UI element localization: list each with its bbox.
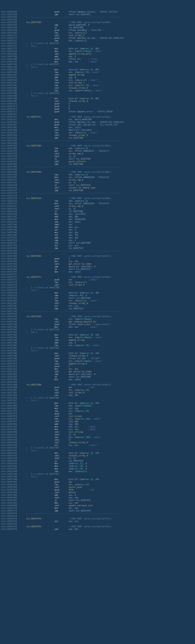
- operands[interactable]: eax ; int: [69, 386, 195, 389]
- operands[interactable]: append_string_0: [69, 362, 195, 365]
- operands[interactable]: esp, 0Ch: [69, 528, 195, 530]
- operands[interactable]: [ebp+var_1C], 0: [69, 462, 195, 465]
- operands[interactable]: calc_md5: [69, 420, 195, 423]
- operands[interactable]: ecx, offset a00020137 ; "00020137": [69, 150, 195, 152]
- operands[interactable]: ecx, esp: [69, 407, 195, 410]
- operands[interactable]: al, al: [69, 208, 195, 210]
- operands[interactable]: byte ptr [ebp+var_4], 15h: [69, 478, 195, 480]
- operands[interactable]: edx, eax ; void *: [69, 60, 195, 63]
- operands[interactable]: esp, 4: [69, 76, 195, 79]
- operands[interactable]: offset aWindow_res_dow ; "WINDOW_RES_DOW…: [69, 37, 195, 40]
- operands[interactable]: dword ptr [eax+14h], 8: [69, 373, 195, 376]
- xref[interactable]: ; CODE XREF: parse_configfile+642↑j: [69, 315, 111, 318]
- operands[interactable]: edi, 48h: [69, 215, 195, 218]
- operands[interactable]: byte ptr [ebp+var_4], 13h: [69, 452, 195, 454]
- operands[interactable]: bl: [69, 438, 195, 441]
- operands[interactable]: update_callback_init: [69, 504, 195, 507]
- operands[interactable]: eax, 92492493h: [69, 218, 195, 220]
- operands[interactable]: offset aWindow_res_dow ; "WINDOW_RES_DOW…: [69, 121, 195, 124]
- operands[interactable]: short loc_6A357309: [69, 158, 195, 160]
- operands[interactable]: al, al: [69, 181, 195, 184]
- operands[interactable]: offset Src ; "\r\n": [69, 58, 195, 60]
- operands[interactable]: eax, [ebp+FileName]: [69, 404, 195, 407]
- operands[interactable]: edx, eax ; void *: [69, 326, 195, 328]
- operands[interactable]: [ebp+var_14], 0: [69, 468, 195, 470]
- operands[interactable]: eax ; void *: [69, 278, 195, 281]
- xref[interactable]: ; CODE XREF: parse_configfile+617↑j: [69, 255, 111, 257]
- label[interactable]: loc_6A357474:: [26, 517, 54, 520]
- operands[interactable]: dword_6A4613F0, 0: [69, 24, 195, 26]
- operands[interactable]: strobj_cmp_0: [69, 205, 195, 208]
- operands[interactable]: init_strobj: [69, 415, 195, 418]
- operands[interactable]: init_strobj_0: [69, 391, 195, 394]
- operands[interactable]: eax, edx: [69, 236, 195, 239]
- operands[interactable]: release_strobj_0: [69, 354, 195, 357]
- operands[interactable]: connect_to_remote_task: [69, 186, 195, 189]
- operands[interactable]: byte ptr [ebp+var_4], 0Fh: [69, 68, 195, 71]
- label[interactable]: loc_6A3573DB:: [26, 384, 54, 386]
- operands[interactable]: byte ptr [ebp+var_4], 13h: [69, 352, 195, 354]
- operands[interactable]: ecx, offset a00020138 ; "00020138": [69, 176, 195, 178]
- xref[interactable]: ; CODE XREF: parse_configfile+697↑j: [69, 384, 111, 386]
- xref[interactable]: ; CODE XREF: parse_configfile+5BD↑j: [69, 171, 111, 173]
- operands[interactable]: short loc_6A357476: [69, 510, 195, 512]
- xref[interactable]: ; CODE XREF: parse_configfile+5D8↑j: [69, 197, 111, 200]
- operands[interactable]: ecx, [ebp+var_70] ; void *: [69, 344, 195, 347]
- operands[interactable]: 0: [69, 108, 195, 110]
- operands[interactable]: byte ptr [ebp+var_4], 10h: [69, 292, 195, 294]
- operands[interactable]: ecx, eax: [69, 502, 195, 504]
- operands[interactable]: edx, ecx: [69, 226, 195, 228]
- xref[interactable]: ; CODE XREF: parse_configfile+51B↑j: [69, 116, 111, 118]
- operands[interactable]: loc_6A35758E: [69, 136, 195, 139]
- operands[interactable]: offset aSendMsg ; "Send MSG ": [69, 29, 195, 32]
- operands[interactable]: ecx, [ebp+psz2]: [69, 32, 195, 34]
- operands[interactable]: malloc: [69, 491, 195, 494]
- operands[interactable]: byte ptr [ebp+var_4], 0Eh: [69, 47, 195, 50]
- operands[interactable]: ecx, [ebp+psz2] ; void *: [69, 300, 195, 302]
- operands[interactable]: esp, 4: [69, 342, 195, 344]
- operands[interactable]: ecx, edi: [69, 260, 195, 262]
- operands[interactable]: ecx, [edi]: [69, 220, 195, 223]
- operands[interactable]: short loc_6A3572CC: [69, 13, 195, 16]
- operands[interactable]: ecx, dword_6A4613F0: [69, 118, 195, 121]
- operands[interactable]: ecx, [ebp+var_70] ; void *: [69, 84, 195, 87]
- label[interactable]: loc_6A357360:: [26, 255, 54, 257]
- operands[interactable]: loc_6A35758E: [69, 163, 195, 166]
- operands[interactable]: short loc_6A3573DB: [69, 376, 195, 378]
- operands[interactable]: ecx, [ebp+FileName] ; void *: [69, 89, 195, 92]
- operands[interactable]: release_strobj_0: [69, 87, 195, 89]
- operands[interactable]: short loc_6A357324: [69, 184, 195, 186]
- operands[interactable]: ecx, [ebp+FileName] ; void *: [69, 50, 195, 52]
- operands[interactable]: loc_6A35758E: [69, 189, 195, 192]
- operands[interactable]: edx, [ebp+psz2]: [69, 40, 195, 42]
- operands[interactable]: eax, eax: [69, 496, 195, 499]
- operands[interactable]: dword ptr [eax+14h], 8: [69, 265, 195, 268]
- operands[interactable]: esp, 18h: [69, 423, 195, 426]
- operands[interactable]: loc_6A35758E: [69, 26, 195, 29]
- xref[interactable]: ; CODE XREF: parse_configfile+732↑j: [69, 525, 111, 528]
- label[interactable]: loc_6A3572EE:: [26, 144, 54, 147]
- operands[interactable]: eax: [69, 412, 195, 415]
- operands[interactable]: ecx, [ebp+FileName] ; void *: [69, 360, 195, 362]
- operands[interactable]: release_strobj_0: [69, 454, 195, 457]
- operands[interactable]: init_strobj_0: [69, 284, 195, 286]
- operands[interactable]: ecx, [ebp+psz2] ; void *: [69, 79, 195, 82]
- operands[interactable]: strobj_cmp_0: [69, 152, 195, 155]
- operands[interactable]: ecx, esi ; void *: [69, 444, 195, 446]
- operands[interactable]: esi, esi: [69, 520, 195, 522]
- operands[interactable]: vector_push: [69, 486, 195, 488]
- operands[interactable]: short loc_6A357393: [69, 297, 195, 300]
- operands[interactable]: eax, [ecx]: [69, 126, 195, 129]
- operands[interactable]: bl, bl: [69, 457, 195, 460]
- operands[interactable]: 0: [69, 105, 195, 108]
- operands[interactable]: release_strobj_0: [69, 134, 195, 136]
- operands[interactable]: 1: [69, 257, 195, 260]
- operands[interactable]: loc_6A3575C3: [69, 307, 195, 310]
- label[interactable]: loc_6A357371:: [26, 276, 54, 278]
- operands[interactable]: get_roaming_adsafe3_dir: [69, 320, 195, 323]
- operands[interactable]: offset aSf_dat ; "SF.DAT": [69, 357, 195, 360]
- operands[interactable]: append_string: [69, 74, 195, 76]
- operands[interactable]: call_stricmp: [69, 431, 195, 433]
- operands[interactable]: al, al: [69, 433, 195, 436]
- operands[interactable]: ecx, [ebp+var_1C]: [69, 483, 195, 486]
